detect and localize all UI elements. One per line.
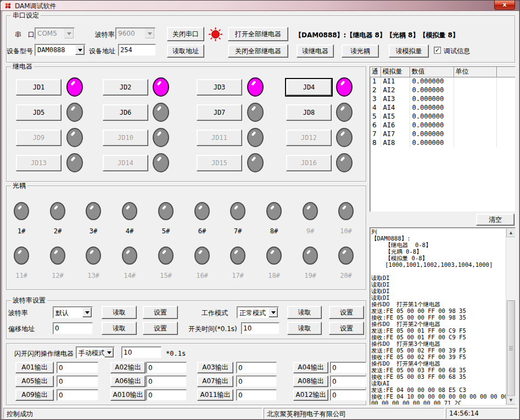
analog-cell-r2-c3 [454, 94, 496, 103]
opto-label-19: 19# [298, 272, 322, 279]
opto-label-2: 2# [46, 227, 70, 235]
analog-col-header-2[interactable]: 数值 [410, 67, 454, 77]
output-button-A02[interactable]: A02输出 [110, 362, 146, 373]
com-status-led-icon [208, 27, 223, 42]
table-row: 1AI10.000000 [370, 77, 515, 86]
opto-indicator-7 [230, 202, 245, 220]
debug-info-checkbox[interactable]: ✓ [434, 47, 441, 54]
opto-label-9: 9# [298, 227, 322, 235]
baud-set-button[interactable]: 设置 [143, 306, 178, 319]
read-analog-button[interactable]: 读模拟量 [389, 44, 429, 58]
analog-cell-r3-c4 [496, 103, 515, 112]
close-button[interactable]: x [494, 1, 515, 10]
table-row: 5AI50.000000 [370, 112, 515, 121]
baud-setting-combobox[interactable]: 默认 [53, 306, 93, 318]
output-value-input-A03[interactable] [236, 362, 277, 373]
output-value-input-A07[interactable] [236, 376, 277, 387]
offset-address-input[interactable] [53, 322, 93, 334]
output-button-A04[interactable]: A04输出 [293, 362, 328, 373]
analog-col-header-1[interactable]: 模拟量 [381, 67, 410, 77]
relay-button-jd5[interactable]: JD5 [16, 104, 61, 121]
read-relays-button[interactable]: 读继电器 [297, 44, 334, 58]
relay-indicator-jd9-off [66, 128, 83, 147]
output-value-input-A04[interactable] [330, 362, 366, 373]
analog-col-header-4[interactable] [496, 67, 515, 77]
analog-cell-r5-c3 [454, 121, 496, 130]
output-button-A05[interactable]: A05输出 [15, 376, 54, 387]
open-all-relays-button[interactable]: 打开全部继电器 [228, 27, 288, 41]
clear-log-button[interactable]: 清空 [476, 214, 515, 226]
relay-indicator-jd12-off [336, 128, 353, 147]
relay-button-jd8[interactable]: JD8 [286, 104, 332, 121]
opto-indicator-8 [266, 202, 282, 220]
output-button-A09[interactable]: A09输出 [15, 389, 54, 401]
analog-cell-r7-c2: 0.000000 [410, 138, 454, 147]
output-button-A03[interactable]: A03输出 [197, 362, 233, 373]
relay-button-jd3[interactable]: JD3 [197, 79, 242, 96]
output-value-input-A011[interactable] [236, 389, 277, 401]
read-opto-button[interactable]: 读光耦 [342, 44, 379, 58]
offset-set-button[interactable]: 设置 [143, 322, 178, 335]
output-value-input-A05[interactable] [57, 376, 98, 387]
log-box[interactable]: 列 【DAM0888】: 【继电器 0-8】 【光耦 0-8】 【模拟量 0-8… [370, 227, 516, 405]
analog-col-header-0[interactable]: 通 [370, 67, 381, 77]
relay-button-jd1[interactable]: JD1 [16, 79, 61, 96]
dropdown-arrow-icon[interactable] [269, 307, 278, 317]
relay-indicator-jd6-off [153, 103, 169, 122]
switchtime-set-button[interactable]: 设置 [329, 322, 364, 335]
relay-button-jd6[interactable]: JD6 [103, 104, 148, 121]
scrollbar-thumb[interactable] [507, 300, 515, 396]
dropdown-arrow-icon[interactable] [75, 45, 85, 55]
relay-indicator-jd11-off [247, 128, 264, 147]
flash-time-input[interactable] [121, 346, 161, 359]
device-address-input[interactable] [118, 44, 156, 56]
analog-cell-r5-c4 [496, 121, 515, 130]
scroll-up-icon[interactable]: ▲ [506, 228, 516, 237]
baud-read-button[interactable]: 读取 [102, 306, 137, 319]
output-button-A012[interactable]: A012输出 [293, 389, 328, 401]
switchtime-read-button[interactable]: 读取 [287, 322, 322, 335]
output-button-A08[interactable]: A08输出 [293, 376, 328, 387]
analog-table: 通模拟量数值单位 1AI10.0000002AI20.0000003AI30.0… [370, 66, 516, 212]
output-button-A010[interactable]: A010输出 [110, 389, 146, 401]
output-value-input-A01[interactable] [57, 362, 98, 373]
output-value-input-A06[interactable] [146, 376, 187, 387]
output-button-A011[interactable]: A011输出 [197, 389, 233, 401]
opto-label-18: 18# [262, 272, 286, 279]
scroll-down-icon[interactable]: ▼ [506, 395, 516, 405]
output-value-input-A08[interactable] [330, 376, 366, 387]
offset-read-button[interactable]: 读取 [102, 322, 137, 335]
output-button-A06[interactable]: A06输出 [110, 376, 146, 387]
opto-indicator-13 [86, 247, 101, 265]
flash-mode-combobox[interactable]: 手动模式 [76, 346, 115, 359]
output-value-input-A010[interactable] [146, 389, 187, 401]
read-address-button[interactable]: 读取地址 [167, 44, 204, 58]
log-scrollbar[interactable]: ▲ ▼ [506, 228, 515, 405]
port-label: 串 口 [15, 31, 35, 38]
output-button-A07[interactable]: A07输出 [197, 376, 233, 387]
analog-cell-r1-c2: 0.000000 [410, 86, 454, 94]
dropdown-arrow-icon[interactable] [104, 348, 114, 357]
output-button-A01[interactable]: A01输出 [15, 362, 54, 373]
relay-button-jd4[interactable]: JD4 [286, 79, 332, 96]
analog-col-header-3[interactable]: 单位 [454, 67, 496, 77]
workmode-read-button[interactable]: 读取 [287, 306, 322, 319]
clock-time: 14:56:14 [446, 408, 518, 419]
output-value-input-A012[interactable] [330, 389, 366, 401]
model-combobox[interactable]: DAM0888 [35, 44, 86, 56]
analog-cell-r4-c1: AI5 [381, 112, 410, 121]
analog-cell-r4-c3 [454, 112, 496, 121]
port-value: COM5 [37, 30, 57, 37]
relay-button-jd7[interactable]: JD7 [197, 104, 242, 121]
analog-cell-r3-c3 [454, 103, 496, 112]
workmode-combobox[interactable]: 正常模式 [237, 306, 279, 318]
switch-time-input[interactable] [241, 322, 279, 334]
dropdown-arrow-icon[interactable] [82, 307, 92, 317]
workmode-set-button[interactable]: 设置 [329, 306, 364, 319]
close-all-relays-button[interactable]: 关闭全部继电器 [228, 44, 288, 58]
relay-button-jd2[interactable]: JD2 [103, 79, 148, 96]
close-port-button[interactable]: 关闭串口 [167, 27, 204, 41]
output-value-input-A02[interactable] [146, 362, 187, 373]
baudrate-label: 波特率 [95, 31, 115, 38]
output-value-input-A09[interactable] [57, 389, 98, 401]
